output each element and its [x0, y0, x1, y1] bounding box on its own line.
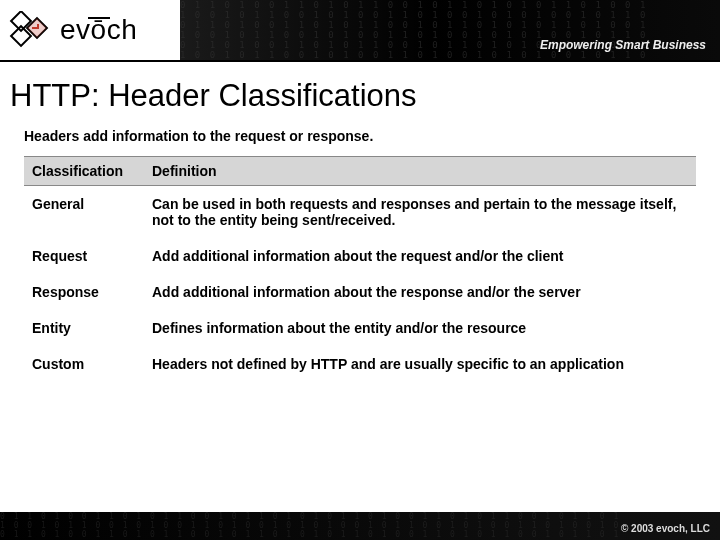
cell-definition: Can be used in both requests and respons…	[144, 186, 696, 239]
cell-definition: Add additional information about the res…	[144, 274, 696, 310]
table-row: Custom Headers not defined by HTTP and a…	[24, 346, 696, 382]
page-title: HTTP: Header Classifications	[0, 62, 720, 120]
bottom-banner: 0 1 1 0 1 0 0 1 1 0 1 0 1 1 0 0 1 0 1 1 …	[0, 512, 720, 540]
table-header-classification: Classification	[24, 157, 144, 186]
cell-definition: Headers not defined by HTTP and are usua…	[144, 346, 696, 382]
cell-definition: Defines information about the entity and…	[144, 310, 696, 346]
cell-classification: General	[24, 186, 144, 239]
table-row: Request Add additional information about…	[24, 238, 696, 274]
cell-definition: Add additional information about the req…	[144, 238, 696, 274]
top-banner: 0 1 1 0 1 0 0 1 1 0 1 0 1 1 0 0 1 0 1 1 …	[0, 0, 720, 60]
logo-icon	[8, 11, 54, 49]
copyright-text: © 2003 evoch, LLC	[621, 523, 710, 534]
cell-classification: Request	[24, 238, 144, 274]
logo: evōch	[0, 11, 137, 49]
brand-name: evōch	[60, 14, 137, 46]
table-row: Entity Defines information about the ent…	[24, 310, 696, 346]
cell-classification: Custom	[24, 346, 144, 382]
brand-tagline: Empowering Smart Business	[540, 38, 706, 52]
cell-classification: Response	[24, 274, 144, 310]
page-subtitle: Headers add information to the request o…	[0, 120, 720, 156]
table-header-definition: Definition	[144, 157, 696, 186]
cell-classification: Entity	[24, 310, 144, 346]
table-row: Response Add additional information abou…	[24, 274, 696, 310]
background-binary-pattern: 0 1 1 0 1 0 0 1 1 0 1 0 1 1 0 0 1 0 1 1 …	[0, 512, 720, 540]
classification-table: Classification Definition General Can be…	[24, 156, 696, 382]
table-row: General Can be used in both requests and…	[24, 186, 696, 239]
